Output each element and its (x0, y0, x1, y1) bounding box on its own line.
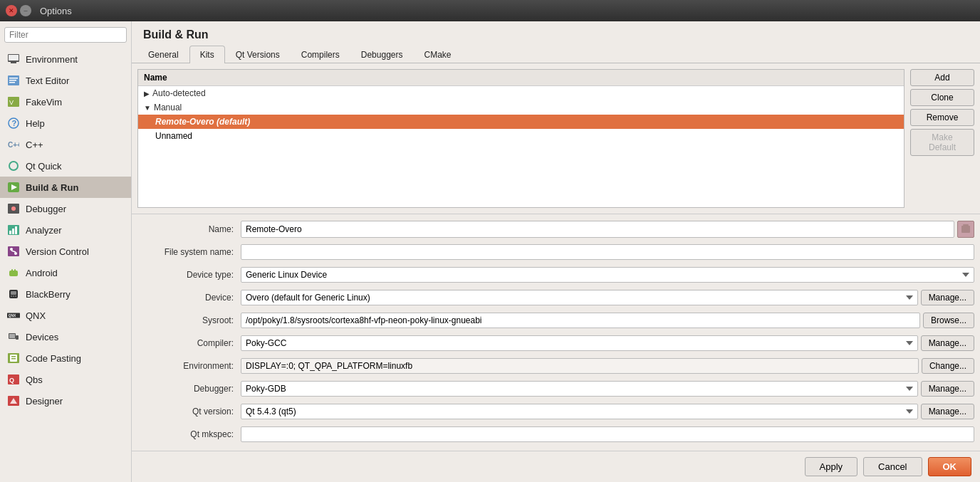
name-icon-button[interactable] (957, 221, 974, 238)
debugger-manage-button[interactable]: Manage... (921, 381, 974, 397)
device-manage-button[interactable]: Manage... (921, 290, 974, 305)
tab-debuggers[interactable]: Debuggers (350, 46, 414, 63)
filesystem-input[interactable] (241, 244, 974, 260)
list-item-unnamed[interactable]: Unnamed (138, 129, 904, 143)
list-item-remote-overo[interactable]: Remote-Overo (default) (138, 115, 904, 129)
name-input-group (241, 221, 974, 238)
svg-point-23 (14, 252, 17, 255)
sidebar-item-build-run[interactable]: Build & Run (0, 177, 131, 198)
tab-compilers[interactable]: Compilers (291, 46, 350, 63)
add-kit-button[interactable]: Add (910, 69, 974, 86)
sidebar-item-analyzer[interactable]: Analyzer (0, 219, 131, 241)
blackberry-icon (7, 288, 20, 300)
sidebar-item-help[interactable]: ? Help (0, 112, 131, 134)
debugger-row: Debugger: Poky-GDB Manage... (137, 379, 974, 398)
tab-qt-versions[interactable]: Qt Versions (225, 46, 291, 63)
sidebar-item-debugger[interactable]: Debugger (0, 198, 131, 219)
sidebar-label-environment: Environment (26, 54, 78, 65)
device-type-row: Device type: Generic Linux Device (137, 266, 974, 284)
make-default-kit-button[interactable]: Make Default (910, 129, 974, 156)
environment-input[interactable] (241, 358, 919, 374)
sidebar-label-qbs: Qbs (26, 374, 43, 385)
tab-cmake[interactable]: CMake (413, 46, 462, 63)
device-type-select[interactable]: Generic Linux Device (241, 267, 974, 283)
sysroot-label: Sysroot: (137, 315, 241, 325)
sidebar-item-version-control[interactable]: Version Control (0, 241, 131, 262)
sidebar-item-qnx[interactable]: QNX QNX (0, 305, 131, 326)
svg-rect-31 (13, 295, 14, 297)
kits-list-header: Name (138, 70, 904, 86)
svg-rect-18 (9, 231, 11, 234)
qt-version-label: Qt version: (137, 407, 241, 416)
svg-rect-5 (9, 80, 16, 81)
remove-kit-button[interactable]: Remove (910, 109, 974, 126)
kits-tab-content: Name ▶ Auto-detected ▼ Manual Remote-Ove… (132, 63, 980, 451)
environment-input-group: Change... (241, 358, 974, 374)
page-title: Build & Run (132, 21, 980, 46)
versioncontrol-icon (7, 245, 20, 258)
qt-version-manage-button[interactable]: Manage... (921, 404, 974, 419)
tab-general[interactable]: General (137, 46, 189, 63)
svg-rect-20 (15, 226, 17, 234)
fakevim-icon: V (7, 95, 20, 108)
svg-rect-26 (11, 269, 13, 271)
svg-rect-4 (9, 78, 18, 79)
buildrun-icon (7, 181, 20, 194)
compiler-label: Compiler: (137, 338, 241, 348)
svg-rect-46 (963, 224, 969, 226)
tab-kits[interactable]: Kits (189, 46, 225, 63)
minimize-button[interactable]: – (20, 5, 31, 16)
sidebar-label-android: Android (26, 268, 58, 278)
apply-button[interactable]: Apply (805, 457, 858, 476)
android-icon (7, 266, 20, 279)
sidebar-label-devices: Devices (26, 332, 58, 342)
monitor-icon (7, 53, 20, 66)
sidebar-item-designer[interactable]: Designer (0, 390, 131, 412)
svg-rect-29 (11, 291, 16, 295)
sidebar-item-devices[interactable]: Devices (0, 326, 131, 347)
compiler-manage-button[interactable]: Manage... (921, 335, 974, 351)
name-input[interactable] (241, 221, 954, 238)
list-item-auto-detected[interactable]: ▶ Auto-detected (138, 86, 904, 100)
svg-rect-25 (9, 271, 18, 276)
device-select[interactable]: Overo (default for Generic Linux) (241, 290, 918, 305)
sidebar-item-android[interactable]: Android (0, 262, 131, 283)
sidebar-label-qnx: QNX (26, 310, 46, 321)
sysroot-browse-button[interactable]: Browse... (923, 313, 974, 328)
window-controls[interactable]: ✕ – (6, 5, 31, 16)
close-button[interactable]: ✕ (6, 5, 17, 16)
filter-input[interactable] (4, 27, 127, 43)
tab-bar: General Kits Qt Versions Compilers Debug… (132, 46, 980, 63)
sysroot-input[interactable] (241, 313, 920, 328)
sidebar-item-qbs[interactable]: Q Qbs (0, 369, 131, 390)
texteditor-icon (7, 74, 20, 87)
qt-mkspec-row: Qt mkspec: (137, 425, 974, 444)
debugger-input-group: Poky-GDB Manage... (241, 381, 974, 397)
kits-list-body: ▶ Auto-detected ▼ Manual Remote-Overo (d… (138, 86, 904, 207)
sidebar-item-cpp[interactable]: C++ C++ (0, 134, 131, 155)
sidebar-item-fakevim[interactable]: V FakeVim (0, 91, 131, 112)
sidebar-item-text-editor[interactable]: Text Editor (0, 70, 131, 91)
sidebar-label-text-editor: Text Editor (26, 75, 69, 86)
qt-mkspec-input[interactable] (241, 426, 974, 442)
svg-text:C++: C++ (8, 141, 19, 149)
environment-change-button[interactable]: Change... (922, 358, 974, 374)
compiler-select[interactable]: Poky-GCC (241, 335, 918, 351)
list-item-manual[interactable]: ▼ Manual (138, 100, 904, 115)
sysroot-input-group: Browse... (241, 313, 974, 328)
debugger-select[interactable]: Poky-GDB (241, 381, 918, 397)
sidebar-item-qtquick[interactable]: Qt Quick (0, 155, 131, 177)
cancel-button[interactable]: Cancel (863, 457, 922, 476)
sidebar-item-environment[interactable]: Environment (0, 48, 131, 70)
qnx-icon: QNX (7, 309, 20, 322)
clone-kit-button[interactable]: Clone (910, 89, 974, 106)
kits-list-section: Name ▶ Auto-detected ▼ Manual Remote-Ove… (137, 69, 905, 208)
svg-rect-36 (16, 335, 19, 340)
cpp-icon: C++ (7, 138, 20, 151)
sidebar-item-blackberry[interactable]: BlackBerry (0, 283, 131, 305)
sidebar-label-debugger: Debugger (26, 204, 66, 214)
qt-version-select[interactable]: Qt 5.4.3 (qt5) (241, 404, 918, 419)
device-input-group: Overo (default for Generic Linux) Manage… (241, 290, 974, 305)
sidebar-item-code-pasting[interactable]: Code Pasting (0, 347, 131, 369)
ok-button[interactable]: OK (928, 457, 972, 476)
